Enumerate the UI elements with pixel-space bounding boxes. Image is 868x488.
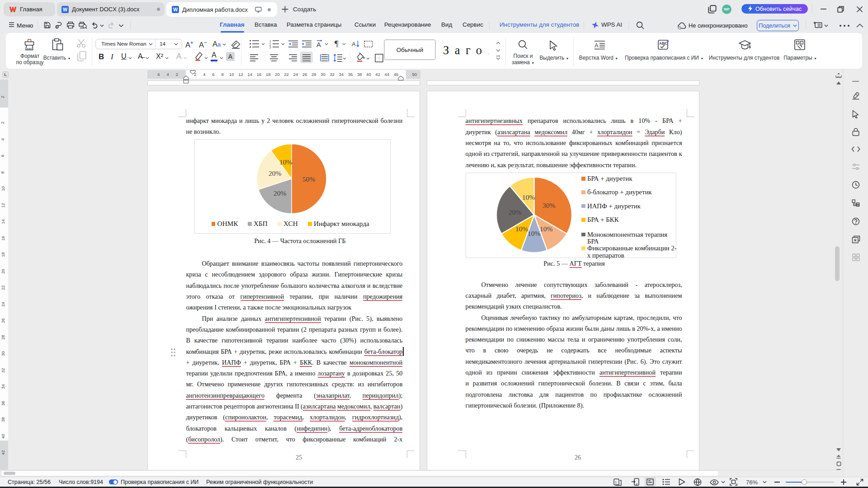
svg-text:A: A	[594, 42, 599, 49]
svg-text:W: W	[173, 7, 178, 12]
svg-text:А: А	[352, 41, 356, 47]
svg-text:A: A	[316, 41, 321, 48]
svg-text:ABC: ABC	[659, 41, 667, 46]
svg-text:1: 1	[615, 480, 617, 484]
svg-text:3: 3	[269, 46, 271, 48]
svg-text:W: W	[63, 7, 67, 12]
